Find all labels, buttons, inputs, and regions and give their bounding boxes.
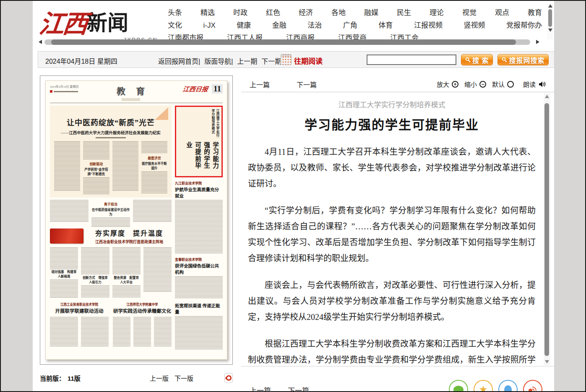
default-size-label[interactable]: 默认 (492, 80, 505, 88)
simulated-text (133, 200, 172, 223)
nav-item-shu-video[interactable]: 竖视频 (464, 19, 485, 32)
simulated-text (50, 317, 78, 347)
hscroll-thumb[interactable] (51, 39, 516, 45)
paper-date-block: 2024年4月18日 星期四 (50, 84, 78, 93)
highlighted-article-box[interactable]: 江西理工大学实行学分制培养模式 学习能力强的学生可提前毕业 (175, 106, 223, 177)
article-scrollbar-thumb[interactable] (544, 103, 549, 356)
pdf-icon[interactable] (224, 373, 233, 382)
daring-column: 勇于担当 在中医药强省建设中主动作为 (91, 200, 130, 224)
article-vertical-scrollbar[interactable] (544, 93, 550, 365)
subhead-m3: 整合资源 配置育人大平台 (112, 275, 141, 284)
article-footer: 上一篇 下一篇 ★ (241, 366, 554, 391)
nav-horizontal-scrollbar[interactable] (39, 39, 542, 46)
masthead-name: 江西日报 (182, 84, 209, 93)
more-share-icon[interactable] (523, 380, 542, 392)
prev-article-link-bottom[interactable]: 上一篇 (250, 385, 271, 392)
read-aloud-label[interactable]: 朗读 (523, 80, 536, 88)
simulated-text (83, 141, 109, 160)
next-article-link[interactable]: 下一篇 (297, 79, 317, 89)
simulated-text (50, 247, 78, 269)
next-issue-link[interactable]: 下一期| (261, 56, 283, 66)
simulated-text (175, 316, 223, 350)
archive-link[interactable]: 往期阅读 (294, 55, 323, 66)
nav-item-jiangbao-video[interactable]: 江报视频 (414, 19, 443, 32)
qzone-share-icon[interactable]: ★ (474, 380, 493, 392)
nav-item-wenhua[interactable]: 文化 (168, 19, 182, 32)
search-input[interactable] (367, 55, 456, 65)
nav-item-rongmei[interactable]: 融媒 (364, 7, 378, 19)
nav-item-shijue[interactable]: 视觉 (462, 7, 477, 19)
lead-article-title: 让中医药绽放“新质”光芒 (54, 117, 167, 127)
scroll-up-icon[interactable] (545, 95, 549, 98)
subhead-xuanhu-line: 医疗服务水平不断提升 (141, 161, 167, 170)
subhead-yongyu: 勇于担当 (91, 202, 130, 206)
simulated-text (54, 91, 78, 92)
nav-item-jinrong[interactable]: 金融 (272, 19, 286, 32)
nav-item-dangbao[interactable]: 党报帮你办 (506, 19, 542, 32)
bottom-article-1: 江西工业贸易职业技术学院 开展联学联建联动活动 (50, 302, 109, 350)
nav-scrollbar-thumb[interactable] (548, 9, 552, 27)
newspaper-page-panel: 2024年4月18日 星期四 教 育 江西日报 11 (40, 75, 233, 365)
nav-item-jingji[interactable]: 经济 (299, 7, 313, 19)
article-body: 江西理工大学实行学分制培养模式 学习能力强的学生可提前毕业 4月11日，江西理工… (241, 92, 542, 366)
nav-item-toutiao[interactable]: 头条 (168, 7, 182, 19)
simulated-text (154, 317, 172, 347)
nav-item-guandian[interactable]: 观点 (495, 7, 509, 19)
search-button[interactable]: 搜 索 (461, 54, 493, 65)
speaker-icon[interactable] (538, 80, 546, 88)
nav-item-minsheng[interactable]: 民生 (397, 7, 411, 19)
nav-item-fazhi[interactable]: 法治 (307, 19, 322, 32)
nav-item-jiaoyu[interactable]: 教育 (528, 7, 542, 19)
logo-news-text: 新闻 (86, 6, 128, 36)
zoom-out-label[interactable]: 缩小 (464, 80, 477, 88)
prev-issue-link[interactable]: 上一期 (237, 56, 257, 66)
nav-item-lilun[interactable]: 理论 (430, 7, 444, 19)
zoom-in-label[interactable]: 放大 (437, 80, 449, 88)
nav-item-shizheng[interactable]: 时政 (233, 7, 247, 19)
scroll-right-icon[interactable] (536, 40, 539, 44)
nav-item-jiankang[interactable]: 健康 (237, 19, 251, 32)
bottom-article-2-title: 研学实践活动传承赣鄱文化 (113, 307, 172, 314)
nav-item-ijx[interactable]: i-JX (203, 19, 216, 32)
logo-jiangxi-text: 江西 (37, 3, 88, 40)
article-kicker: 江西理工大学实行学分制培养模式 (248, 99, 536, 109)
newspaper-page-image[interactable]: 2024年4月18日 星期四 教 育 江西日报 11 (45, 80, 227, 360)
scroll-down-icon[interactable] (548, 29, 552, 32)
default-size-icon[interactable] (507, 81, 514, 88)
nav-item-gedi[interactable]: 各地 (331, 7, 346, 19)
scroll-down-icon[interactable] (545, 360, 549, 363)
subhead-yongyu-line: 在中医药强省建设中主动作为 (91, 207, 130, 216)
article-view-controls: 放大 + 缩小 − 默认 朗读 (437, 80, 546, 88)
site-logo[interactable]: 江西新闻 -JXRBS.CN- (39, 3, 165, 39)
prev-page-link[interactable]: 上一版 (150, 374, 169, 382)
nav-item-hongse[interactable]: 红色 (266, 7, 280, 19)
site-search-button[interactable]: 搜报网搜索 (497, 54, 549, 65)
layout-nav-link[interactable]: 版面导航| (204, 56, 233, 66)
lead-columns: 创新驱动 产学研用“金字招牌”不断擦亮 悬壶济世 医疗服务水平不断提升 (54, 141, 167, 194)
prev-article-link[interactable]: 上一篇 (250, 79, 270, 89)
wechat-glyph (453, 386, 464, 392)
hscroll-track[interactable] (44, 39, 530, 45)
next-page-link[interactable]: 下一版 (174, 374, 193, 382)
nav-vertical-scrollbar[interactable] (547, 4, 553, 39)
simulated-text (81, 317, 109, 347)
scroll-left-icon[interactable] (39, 40, 42, 44)
nav-item-tiyu[interactable]: 体育 (378, 19, 393, 32)
nav-row-1: 头条 精选 时政 红色 经济 各地 融媒 民生 理论 视觉 观点 教育 (168, 7, 542, 19)
bottom-articles: 江西工业贸易职业技术学院 开展联学联建联动活动 江西师范大学附属中学 研学实践活… (50, 302, 172, 350)
nav-item-guangjiao[interactable]: 广角 (343, 19, 357, 32)
home-link[interactable]: 返回报网首页| (158, 56, 200, 66)
weibo-share-icon[interactable] (498, 380, 518, 392)
daring-section: 勇于担当 在中医药强省建设中主动作为 (50, 200, 172, 224)
bottom-article-2-kicker: 江西师范大学附属中学 (113, 302, 172, 306)
zoom-out-icon[interactable]: − (479, 81, 486, 88)
next-article-link-bottom[interactable]: 下一篇 (288, 385, 309, 392)
calendar-icon[interactable] (281, 54, 292, 65)
scroll-up-icon[interactable] (548, 4, 552, 8)
bottom-article-2-cols (113, 317, 172, 347)
wechat-share-icon[interactable] (449, 380, 468, 392)
page-number: 11 (212, 84, 223, 93)
nav-item-jingxuan[interactable]: 精选 (201, 7, 215, 19)
current-page-value: 11版 (68, 374, 81, 382)
zoom-in-icon[interactable]: + (452, 81, 458, 88)
